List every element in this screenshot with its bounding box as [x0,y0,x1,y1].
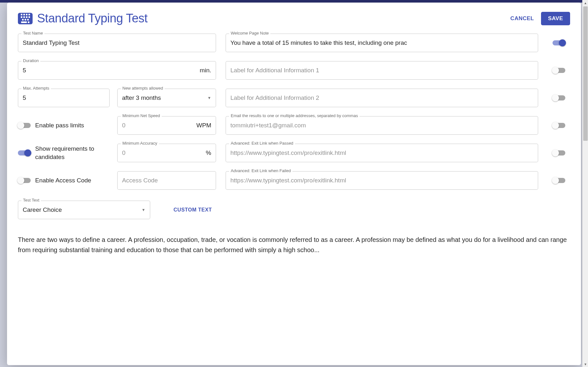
modal-header: Standard Typing Test CANCEL SAVE [18,12,570,25]
custom-text-button[interactable]: CUSTOM TEXT [169,204,216,216]
save-button[interactable]: SAVE [541,12,570,25]
exit-link-passed-field[interactable]: Advanced: Exit Link when Passed [226,144,538,162]
duration-input[interactable] [23,67,197,74]
enable-pass-limits-label: Enable pass limits [35,121,84,130]
additional-info-2-field[interactable] [226,89,538,107]
test-text-label: Test Text [21,198,41,203]
exit-link-passed-toggle[interactable] [553,150,565,156]
email-results-label: Email the results to one or multiple add… [229,113,360,118]
welcome-note-toggle[interactable] [553,40,565,45]
email-results-field[interactable]: Email the results to one or multiple add… [226,116,538,135]
cancel-button[interactable]: CANCEL [510,15,534,22]
additional-info-2-input[interactable] [230,94,533,101]
enable-access-code-label: Enable Access Code [35,176,91,185]
access-code-input[interactable] [122,177,211,184]
min-accuracy-field[interactable]: Minimum Accuracy % [117,144,216,162]
min-speed-unit: WPM [194,122,211,129]
exit-link-failed-toggle[interactable] [553,178,565,183]
scroll-thumb[interactable] [583,6,588,141]
email-results-toggle[interactable] [553,123,565,128]
duration-field[interactable]: Duration min. [18,61,216,80]
test-name-field[interactable]: Test Name [18,34,216,52]
enable-pass-limits-toggle[interactable] [18,123,31,128]
max-attempts-input[interactable] [23,94,105,101]
chevron-down-icon: ▼ [205,96,211,100]
app-topbar [0,0,588,3]
duration-unit: min. [197,67,211,74]
additional-info-1-field[interactable] [226,61,538,80]
enable-access-code-toggle[interactable] [18,178,31,183]
welcome-note-label: Welcome Page Note [229,31,270,36]
welcome-note-field[interactable]: Welcome Page Note [226,34,538,52]
min-speed-field[interactable]: Minimum Net Speed WPM [117,116,216,135]
edit-test-modal: Standard Typing Test CANCEL SAVE Test Na… [7,3,581,365]
additional-info-2-toggle[interactable] [553,95,565,100]
exit-link-failed-input[interactable] [230,177,533,184]
test-text-select[interactable]: Test Text Career Choice ▼ [18,201,150,219]
scroll-up-arrow[interactable]: ▲ [583,0,588,6]
access-code-field[interactable] [117,171,216,190]
additional-info-1-input[interactable] [230,67,533,74]
max-attempts-label: Max. Attempts [21,86,51,91]
keyboard-icon [18,13,33,24]
test-name-label: Test Name [21,31,44,36]
scroll-down-arrow[interactable]: ▼ [583,361,588,367]
email-results-input[interactable] [230,122,533,129]
modal-title: Standard Typing Test [37,12,148,25]
min-accuracy-unit: % [203,149,211,156]
test-form: Test Name Welcome Page Note Duration min… [18,34,570,255]
new-attempts-value: after 3 months [122,94,205,101]
test-text-value: Career Choice [23,206,140,213]
additional-info-1-toggle[interactable] [553,68,565,73]
welcome-note-input[interactable] [230,39,533,46]
min-accuracy-input[interactable] [122,149,203,156]
show-requirements-label: Show requirements to candidates [35,145,99,161]
min-speed-label: Minimum Net Speed [121,113,162,118]
min-accuracy-label: Minimum Accuracy [121,141,159,146]
page-scrollbar[interactable]: ▲ ▼ [582,0,588,367]
new-attempts-label: New attempts allowed [121,86,165,91]
exit-link-failed-field[interactable]: Advanced: Exit Link when Failed [226,171,538,190]
exit-link-passed-label: Advanced: Exit Link when Passed [229,141,295,146]
exit-link-failed-label: Advanced: Exit Link when Failed [229,168,292,173]
new-attempts-select[interactable]: New attempts allowed after 3 months ▼ [117,89,216,107]
chevron-down-icon: ▼ [140,208,145,212]
min-speed-input[interactable] [122,122,194,129]
duration-label: Duration [21,58,40,63]
max-attempts-field[interactable]: Max. Attempts [18,89,110,107]
exit-link-passed-input[interactable] [230,149,533,156]
test-name-input[interactable] [23,39,211,46]
test-text-preview: There are two ways to define a career. A… [18,235,570,255]
show-requirements-toggle[interactable] [18,150,31,156]
